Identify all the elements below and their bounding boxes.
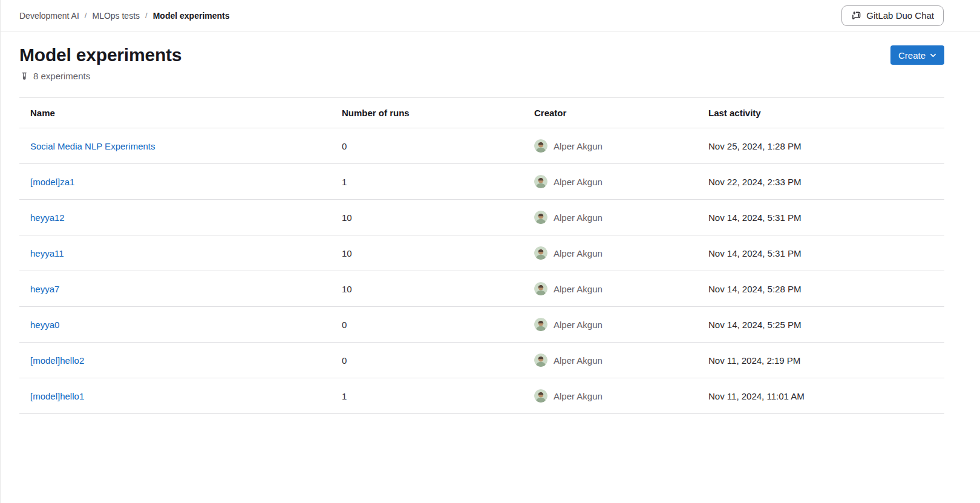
table-row: heyya7 10 Alper Akgun [19, 271, 944, 307]
last-activity: Nov 22, 2024, 2:33 PM [697, 164, 944, 200]
run-count: 10 [331, 271, 523, 307]
column-header-name: Name [19, 98, 331, 128]
breadcrumb-item-current: Model experiments [153, 11, 230, 21]
last-activity: Nov 25, 2024, 1:28 PM [697, 128, 944, 164]
avatar [534, 246, 547, 260]
run-count: 0 [331, 128, 523, 164]
experiment-name-link[interactable]: heyya0 [30, 320, 59, 330]
create-button[interactable]: Create [890, 45, 944, 65]
table-row: [model]hello1 1 Alper Akgun [19, 378, 944, 414]
run-count: 0 [331, 343, 523, 378]
creator-name: Alper Akgun [554, 284, 603, 294]
avatar [534, 389, 547, 403]
column-header-runs: Number of runs [331, 98, 523, 128]
breadcrumb-item-group[interactable]: Development AI [19, 11, 79, 21]
column-header-creator: Creator [523, 98, 697, 128]
experiment-name-link[interactable]: Social Media NLP Experiments [30, 141, 155, 151]
table-row: heyya11 10 Alper Akgun [19, 235, 944, 271]
last-activity: Nov 11, 2024, 11:01 AM [697, 378, 944, 414]
table-row: [model]hello2 0 Alper Akgun [19, 343, 944, 378]
breadcrumb-separator: / [140, 11, 153, 20]
avatar [534, 211, 547, 224]
creator-name: Alper Akgun [554, 248, 603, 258]
creator-name: Alper Akgun [554, 320, 603, 330]
table-header-row: Name Number of runs Creator Last activit… [19, 98, 944, 128]
duo-chat-icon [851, 10, 861, 21]
experiments-count: 8 experiments [19, 71, 944, 81]
main-content: Model experiments Create 8 experiments [0, 45, 980, 414]
last-activity: Nov 14, 2024, 5:28 PM [697, 271, 944, 307]
page-title: Model experiments [19, 45, 181, 65]
table-row: Social Media NLP Experiments 0 A [19, 128, 944, 164]
pane-divider [0, 0, 1, 503]
chevron-down-icon [930, 50, 936, 61]
run-count: 1 [331, 378, 523, 414]
creator-name: Alper Akgun [554, 212, 603, 223]
last-activity: Nov 14, 2024, 5:31 PM [697, 200, 944, 235]
gitlab-duo-chat-button[interactable]: GitLab Duo Chat [841, 5, 944, 26]
avatar [534, 318, 547, 331]
creator-name: Alper Akgun [554, 141, 603, 151]
experiment-name-link[interactable]: heyya12 [30, 212, 65, 223]
run-count: 10 [331, 200, 523, 235]
create-button-label: Create [898, 50, 926, 61]
creator-name: Alper Akgun [554, 177, 603, 187]
avatar [534, 353, 547, 367]
experiments-count-label: 8 experiments [33, 71, 90, 81]
experiment-name-link[interactable]: heyya7 [30, 284, 59, 294]
duo-chat-label: GitLab Duo Chat [866, 10, 934, 21]
table-row: heyya0 0 Alper Akgun [19, 307, 944, 343]
run-count: 1 [331, 164, 523, 200]
creator-name: Alper Akgun [554, 391, 603, 401]
breadcrumb: Development AI / MLOps tests / Model exp… [19, 11, 230, 21]
experiment-name-link[interactable]: [model]hello1 [30, 391, 84, 401]
last-activity: Nov 14, 2024, 5:31 PM [697, 235, 944, 271]
experiments-table: Name Number of runs Creator Last activit… [19, 97, 944, 414]
run-count: 0 [331, 307, 523, 343]
avatar [534, 282, 547, 295]
table-row: [model]za1 1 Alper Akgun [19, 164, 944, 200]
avatar [534, 139, 547, 153]
run-count: 10 [331, 235, 523, 271]
last-activity: Nov 11, 2024, 2:19 PM [697, 343, 944, 378]
column-header-last-activity: Last activity [697, 98, 944, 128]
experiment-name-link[interactable]: heyya11 [30, 248, 64, 258]
last-activity: Nov 14, 2024, 5:25 PM [697, 307, 944, 343]
experiments-table-body: Social Media NLP Experiments 0 A [19, 128, 944, 414]
experiment-name-link[interactable]: [model]za1 [30, 177, 74, 187]
creator-name: Alper Akgun [554, 355, 603, 366]
table-row: heyya12 10 Alper Akgun [19, 200, 944, 235]
experiment-name-link[interactable]: [model]hello2 [30, 355, 84, 366]
breadcrumb-item-project[interactable]: MLOps tests [92, 11, 140, 21]
avatar [534, 175, 547, 188]
breadcrumb-separator: / [79, 11, 93, 20]
test-tube-icon [19, 71, 29, 81]
topbar: Development AI / MLOps tests / Model exp… [0, 0, 980, 31]
